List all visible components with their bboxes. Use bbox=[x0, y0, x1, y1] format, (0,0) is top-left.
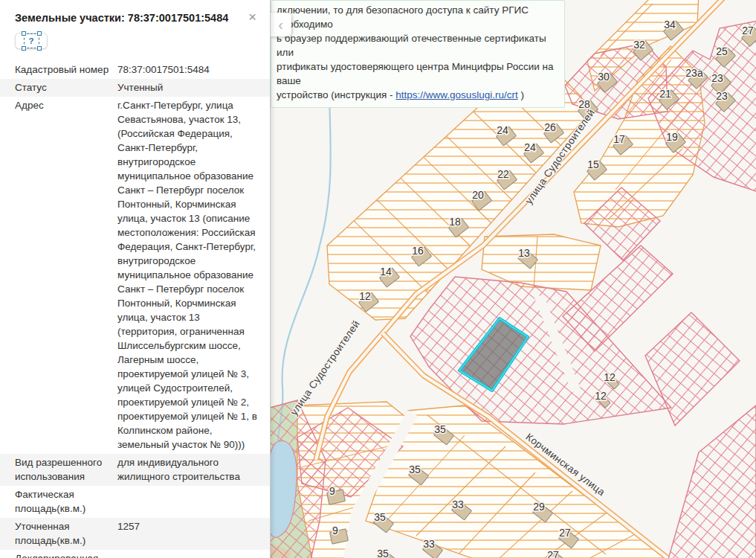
notification-line: дключении, то для безопасного доступа к … bbox=[277, 3, 557, 31]
row-label: Адрес bbox=[0, 98, 117, 452]
parcel-number: 20 bbox=[472, 189, 484, 201]
close-icon[interactable]: × bbox=[245, 11, 259, 23]
row-value: Учтенный bbox=[117, 80, 270, 94]
parcel-number: 18 bbox=[449, 216, 461, 228]
row-label: Статус bbox=[0, 80, 117, 94]
attribute-table: Кадастровый номер78:37:0017501:5484Стату… bbox=[0, 61, 270, 558]
parcel-number: 33 bbox=[423, 538, 435, 550]
parcel-number: 22 bbox=[497, 168, 509, 180]
row-value: для индивидуального жилищного строительс… bbox=[117, 455, 270, 484]
table-row: Уточненная площадь(кв.м.)1257 bbox=[0, 518, 270, 550]
panel-collapse-button[interactable]: ‹ bbox=[270, 13, 291, 36]
parcel-number: 27 bbox=[559, 527, 571, 539]
table-row: Фактическая площадь(кв.м.) bbox=[0, 486, 270, 518]
parcel-number: 16 bbox=[412, 245, 424, 257]
row-value bbox=[117, 551, 270, 558]
row-label: Декларированная площадь(кв.м.) bbox=[0, 551, 117, 558]
table-row: Декларированная площадь(кв.м.) bbox=[0, 550, 270, 558]
notification-line: ь браузер поддерживающий отечественные с… bbox=[277, 31, 557, 60]
parcel-number: 34 bbox=[664, 19, 676, 31]
parcel-number: 13 bbox=[518, 247, 530, 259]
security-notification: дключении, то для безопасного доступа к … bbox=[271, 0, 565, 108]
parcel-number: 30 bbox=[598, 71, 610, 83]
row-value bbox=[117, 487, 270, 516]
parcel-number: 27 bbox=[742, 25, 754, 36]
parcel-number: 9 bbox=[332, 525, 338, 536]
parcel-number: 29 bbox=[533, 501, 545, 513]
parcel-number: 24 bbox=[524, 141, 536, 153]
parcel-number: 32 bbox=[633, 39, 645, 51]
parcel-number: 35 bbox=[374, 511, 386, 523]
parcel-number: 12 bbox=[595, 390, 607, 402]
parcel-number: 21 bbox=[659, 88, 671, 100]
parcel-number: 23 bbox=[711, 72, 723, 84]
identify-parcel-button[interactable]: ? bbox=[15, 33, 48, 49]
notification-line: устройство (инструкция - https://www.gos… bbox=[277, 88, 557, 102]
parcel-number: 33 bbox=[452, 498, 464, 510]
select-area-question-icon: ? bbox=[24, 33, 39, 48]
parcel-number: 9 bbox=[329, 485, 335, 497]
row-label: Вид разрешенного использования bbox=[0, 455, 117, 484]
parcel-number: 35 bbox=[377, 548, 389, 558]
parcel-number: 14 bbox=[380, 266, 392, 278]
row-label: Фактическая площадь(кв.м.) bbox=[0, 487, 117, 516]
row-value: 1257 bbox=[117, 519, 270, 548]
table-row: Адресг.Санкт-Петербург, улица Севастьяно… bbox=[0, 97, 270, 454]
table-row: СтатусУчтенный bbox=[0, 79, 270, 97]
parcel-info-panel: Земельные участки: 78:37:0017501:5484 × … bbox=[0, 0, 271, 558]
row-label: Кадастровый номер bbox=[0, 62, 117, 77]
parcel-number: 23 bbox=[716, 90, 728, 102]
parcel-number: 17 bbox=[613, 133, 625, 145]
parcel-number: 15 bbox=[587, 158, 599, 170]
panel-header: Земельные участки: 78:37:0017501:5484 × bbox=[0, 0, 270, 25]
row-label: Уточненная площадь(кв.м.) bbox=[0, 519, 117, 548]
row-value: г.Санкт-Петербург, улица Севастьянова, у… bbox=[117, 98, 270, 452]
panel-title: Земельные участки: 78:37:0017501:5484 bbox=[15, 11, 245, 25]
parcel-number: 19 bbox=[666, 131, 678, 143]
table-row: Вид разрешенного использованиядля индиви… bbox=[0, 454, 270, 486]
row-value: 78:37:0017501:5484 bbox=[117, 62, 270, 77]
parcel-number: 25 bbox=[716, 45, 728, 57]
parcel-number: 35 bbox=[434, 423, 446, 435]
parcel-number: 12 bbox=[604, 371, 616, 383]
table-row: Кадастровый номер78:37:0017501:5484 bbox=[0, 61, 270, 79]
parcel-number: 26 bbox=[544, 121, 556, 133]
parcel-number: 23а bbox=[685, 67, 703, 79]
gosuslugi-link[interactable]: https://www.gosuslugi.ru/crt bbox=[395, 89, 517, 100]
chevron-left-icon: ‹ bbox=[278, 16, 283, 33]
notification-line: ртификаты удостоверяющего центра Минцифр… bbox=[277, 60, 557, 88]
parcel-number: 35 bbox=[409, 464, 421, 475]
parcel-number: 12 bbox=[359, 290, 371, 302]
parcel-number: 27 bbox=[547, 549, 559, 558]
parcel-number: 24 bbox=[497, 124, 508, 136]
